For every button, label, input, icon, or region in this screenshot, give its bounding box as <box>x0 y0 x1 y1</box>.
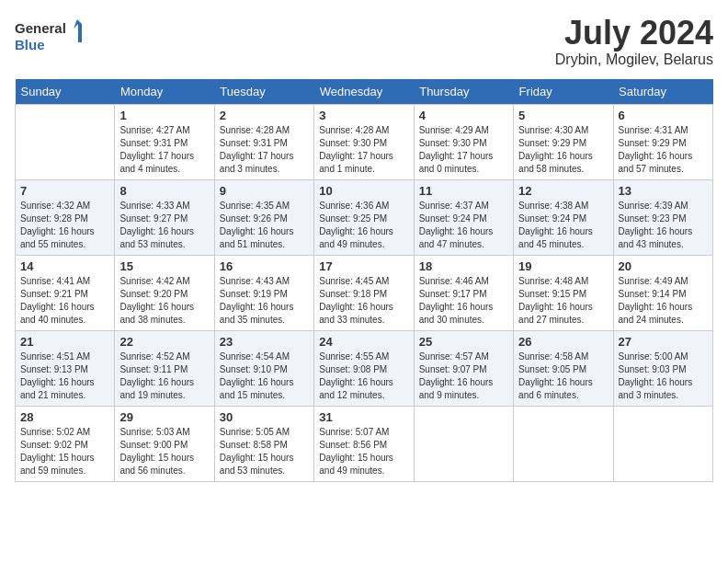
day-cell: 30Sunrise: 5:05 AMSunset: 8:58 PMDayligh… <box>214 406 313 481</box>
day-cell: 27Sunrise: 5:00 AMSunset: 9:03 PMDayligh… <box>613 330 712 406</box>
day-number: 25 <box>419 335 508 349</box>
col-header-wednesday: Wednesday <box>314 79 414 105</box>
title-block: July 2024 Drybin, Mogilev, Belarus <box>555 15 713 68</box>
day-number: 8 <box>119 184 209 198</box>
month-year-title: July 2024 <box>555 15 713 52</box>
day-cell: 28Sunrise: 5:02 AMSunset: 9:02 PMDayligh… <box>16 406 115 481</box>
day-cell: 11Sunrise: 4:37 AMSunset: 9:24 PMDayligh… <box>414 179 513 255</box>
day-number: 26 <box>518 335 608 349</box>
day-info: Sunrise: 4:31 AMSunset: 9:29 PMDaylight:… <box>619 124 708 176</box>
day-cell <box>514 406 613 481</box>
day-cell: 4Sunrise: 4:29 AMSunset: 9:30 PMDaylight… <box>414 104 513 179</box>
svg-text:General: General <box>15 20 66 36</box>
day-cell: 15Sunrise: 4:42 AMSunset: 9:20 PMDayligh… <box>115 255 214 330</box>
day-number: 20 <box>619 259 708 273</box>
day-cell: 20Sunrise: 4:49 AMSunset: 9:14 PMDayligh… <box>613 255 712 330</box>
week-row-3: 14Sunrise: 4:41 AMSunset: 9:21 PMDayligh… <box>16 255 713 330</box>
day-info: Sunrise: 4:35 AMSunset: 9:26 PMDaylight:… <box>220 200 309 251</box>
day-info: Sunrise: 5:05 AMSunset: 8:58 PMDaylight:… <box>220 426 309 477</box>
day-number: 18 <box>419 259 508 273</box>
day-number: 17 <box>319 259 408 273</box>
day-cell: 14Sunrise: 4:41 AMSunset: 9:21 PMDayligh… <box>16 255 115 330</box>
day-number: 31 <box>319 410 408 424</box>
day-number: 29 <box>119 410 209 424</box>
day-info: Sunrise: 4:57 AMSunset: 9:07 PMDaylight:… <box>419 350 508 402</box>
day-info: Sunrise: 4:32 AMSunset: 9:28 PMDaylight:… <box>20 200 109 251</box>
week-row-5: 28Sunrise: 5:02 AMSunset: 9:02 PMDayligh… <box>16 406 713 481</box>
day-cell: 5Sunrise: 4:30 AMSunset: 9:29 PMDaylight… <box>514 104 613 179</box>
day-number: 22 <box>119 335 209 349</box>
location-subtitle: Drybin, Mogilev, Belarus <box>555 52 713 68</box>
day-number: 10 <box>319 184 408 198</box>
day-cell: 18Sunrise: 4:46 AMSunset: 9:17 PMDayligh… <box>414 255 513 330</box>
col-header-monday: Monday <box>115 79 214 105</box>
day-number: 19 <box>518 259 608 273</box>
day-info: Sunrise: 4:38 AMSunset: 9:24 PMDaylight:… <box>518 200 608 251</box>
day-info: Sunrise: 4:51 AMSunset: 9:13 PMDaylight:… <box>20 350 109 402</box>
day-cell: 8Sunrise: 4:33 AMSunset: 9:27 PMDaylight… <box>115 179 214 255</box>
day-info: Sunrise: 4:48 AMSunset: 9:15 PMDaylight:… <box>518 275 608 327</box>
day-cell: 29Sunrise: 5:03 AMSunset: 9:00 PMDayligh… <box>115 406 214 481</box>
day-number: 6 <box>619 109 708 122</box>
day-info: Sunrise: 4:46 AMSunset: 9:17 PMDaylight:… <box>419 275 508 327</box>
day-info: Sunrise: 4:30 AMSunset: 9:29 PMDaylight:… <box>518 124 608 176</box>
col-header-friday: Friday <box>514 79 613 105</box>
day-info: Sunrise: 5:02 AMSunset: 9:02 PMDaylight:… <box>20 426 109 477</box>
day-number: 1 <box>119 109 209 122</box>
day-info: Sunrise: 4:29 AMSunset: 9:30 PMDaylight:… <box>419 124 508 176</box>
day-info: Sunrise: 4:41 AMSunset: 9:21 PMDaylight:… <box>20 275 109 327</box>
day-number: 9 <box>220 184 309 198</box>
day-cell: 10Sunrise: 4:36 AMSunset: 9:25 PMDayligh… <box>314 179 414 255</box>
week-row-4: 21Sunrise: 4:51 AMSunset: 9:13 PMDayligh… <box>16 330 713 406</box>
day-info: Sunrise: 4:42 AMSunset: 9:20 PMDaylight:… <box>119 275 209 327</box>
day-info: Sunrise: 4:55 AMSunset: 9:08 PMDaylight:… <box>319 350 408 402</box>
day-cell: 6Sunrise: 4:31 AMSunset: 9:29 PMDaylight… <box>613 104 712 179</box>
day-number: 23 <box>220 335 309 349</box>
day-cell: 19Sunrise: 4:48 AMSunset: 9:15 PMDayligh… <box>514 255 613 330</box>
day-info: Sunrise: 4:28 AMSunset: 9:31 PMDaylight:… <box>220 124 309 176</box>
day-cell: 3Sunrise: 4:28 AMSunset: 9:30 PMDaylight… <box>314 104 414 179</box>
svg-text:Blue: Blue <box>15 37 45 52</box>
day-cell: 21Sunrise: 4:51 AMSunset: 9:13 PMDayligh… <box>16 330 115 406</box>
day-info: Sunrise: 5:00 AMSunset: 9:03 PMDaylight:… <box>619 350 708 402</box>
day-info: Sunrise: 4:54 AMSunset: 9:10 PMDaylight:… <box>220 350 309 402</box>
header-row: SundayMondayTuesdayWednesdayThursdayFrid… <box>16 79 713 105</box>
col-header-sunday: Sunday <box>16 79 115 105</box>
day-number: 13 <box>619 184 708 198</box>
calendar-table: SundayMondayTuesdayWednesdayThursdayFrid… <box>15 79 713 482</box>
day-cell: 24Sunrise: 4:55 AMSunset: 9:08 PMDayligh… <box>314 330 414 406</box>
day-info: Sunrise: 4:58 AMSunset: 9:05 PMDaylight:… <box>518 350 608 402</box>
day-number: 27 <box>619 335 708 349</box>
day-number: 28 <box>20 410 109 424</box>
logo-svg: General Blue <box>15 15 88 56</box>
day-cell: 7Sunrise: 4:32 AMSunset: 9:28 PMDaylight… <box>16 179 115 255</box>
day-cell: 25Sunrise: 4:57 AMSunset: 9:07 PMDayligh… <box>414 330 513 406</box>
day-cell: 22Sunrise: 4:52 AMSunset: 9:11 PMDayligh… <box>115 330 214 406</box>
day-number: 24 <box>319 335 408 349</box>
day-info: Sunrise: 4:39 AMSunset: 9:23 PMDaylight:… <box>619 200 708 251</box>
day-cell: 1Sunrise: 4:27 AMSunset: 9:31 PMDaylight… <box>115 104 214 179</box>
day-number: 21 <box>20 335 109 349</box>
logo: General Blue <box>15 15 88 56</box>
day-number: 30 <box>220 410 309 424</box>
day-number: 3 <box>319 109 408 122</box>
week-row-2: 7Sunrise: 4:32 AMSunset: 9:28 PMDaylight… <box>16 179 713 255</box>
col-header-thursday: Thursday <box>414 79 513 105</box>
day-cell: 23Sunrise: 4:54 AMSunset: 9:10 PMDayligh… <box>214 330 313 406</box>
day-cell: 2Sunrise: 4:28 AMSunset: 9:31 PMDaylight… <box>214 104 313 179</box>
day-number: 16 <box>220 259 309 273</box>
day-cell <box>613 406 712 481</box>
day-cell <box>414 406 513 481</box>
day-number: 15 <box>119 259 209 273</box>
col-header-saturday: Saturday <box>613 79 712 105</box>
day-number: 14 <box>20 259 109 273</box>
day-number: 2 <box>220 109 309 122</box>
day-info: Sunrise: 5:03 AMSunset: 9:00 PMDaylight:… <box>119 426 209 477</box>
day-cell: 13Sunrise: 4:39 AMSunset: 9:23 PMDayligh… <box>613 179 712 255</box>
day-info: Sunrise: 4:45 AMSunset: 9:18 PMDaylight:… <box>319 275 408 327</box>
day-number: 5 <box>518 109 608 122</box>
day-number: 7 <box>20 184 109 198</box>
day-number: 4 <box>419 109 508 122</box>
day-cell: 17Sunrise: 4:45 AMSunset: 9:18 PMDayligh… <box>314 255 414 330</box>
day-info: Sunrise: 5:07 AMSunset: 8:56 PMDaylight:… <box>319 426 408 477</box>
